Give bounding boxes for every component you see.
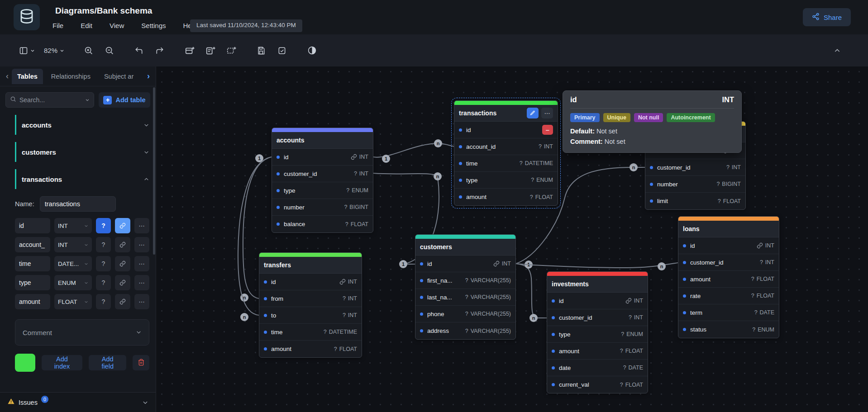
edit-table-button[interactable] (527, 108, 539, 118)
nullable-toggle-button[interactable]: ? (96, 275, 111, 290)
issues-bar[interactable]: Issues 0 (0, 392, 156, 412)
table-accordion-transactions[interactable]: transactions (15, 169, 149, 189)
field-type-select[interactable]: DATE... (54, 256, 92, 271)
nullable-toggle-button[interactable]: ? (96, 218, 111, 233)
tab-subject-ar[interactable]: Subject ar (99, 69, 139, 84)
table-field-date[interactable]: date?DATE (547, 360, 648, 376)
field-type-select[interactable]: INT (54, 237, 92, 252)
table-field-time[interactable]: time?DATETIME (454, 155, 558, 172)
zoom-level-select[interactable]: 82% (40, 42, 68, 60)
table-field-type[interactable]: type?ENUM (454, 172, 558, 189)
issues-chevron-icon[interactable] (142, 399, 148, 406)
add-field-button[interactable]: Add field (89, 355, 126, 370)
delete-table-button[interactable] (133, 355, 149, 370)
field-name-input[interactable] (15, 218, 50, 233)
table-field-type[interactable]: type?ENUM (547, 326, 648, 343)
table-field-first_na[interactable]: first_na...?VARCHAR(255) (415, 272, 515, 289)
add-table-button[interactable]: + Add table (99, 92, 150, 108)
table-field-type[interactable]: type?ENUM (272, 182, 373, 199)
primary-key-button[interactable] (115, 218, 130, 233)
field-name-input[interactable] (15, 256, 50, 271)
canvas-table-customers[interactable]: customersidINTfirst_na...?VARCHAR(255)la… (415, 234, 516, 340)
table-field-id[interactable]: idINT (415, 256, 515, 272)
nullable-toggle-button[interactable]: ? (96, 294, 111, 309)
table-field-id[interactable]: idINT (259, 274, 362, 290)
add-area-tool-button[interactable] (222, 42, 241, 60)
table-field-id[interactable]: idINT (547, 293, 648, 309)
search-box[interactable] (5, 92, 94, 108)
table-field-address[interactable]: address?VARCHAR(255) (415, 322, 515, 339)
table-field-amount[interactable]: amount?FLOAT (259, 341, 362, 357)
zoom-out-button[interactable] (100, 42, 119, 60)
field-more-button[interactable]: ⋯ (134, 237, 149, 252)
table-field-amount[interactable]: amount?FLOAT (678, 271, 779, 288)
primary-key-button[interactable] (115, 294, 130, 309)
field-more-button[interactable]: ⋯ (134, 256, 149, 271)
table-field-limit[interactable]: limit?FLOAT (645, 193, 745, 209)
menu-item-file[interactable]: File (51, 21, 65, 30)
zoom-in-button[interactable] (79, 42, 98, 60)
comment-section[interactable]: Comment (15, 319, 149, 346)
save-button[interactable] (252, 42, 271, 60)
tabs-scroll-left-icon[interactable]: ‹ (3, 71, 12, 81)
table-field-to[interactable]: to?INT (259, 307, 362, 324)
canvas-table-investments[interactable]: investmentsidINTcustomer_id?INTtype?ENUM… (547, 271, 648, 393)
tabs-scroll-right-icon[interactable]: › (144, 71, 153, 81)
table-field-amount[interactable]: amount?FLOAT (547, 343, 648, 360)
add-note-tool-button[interactable] (201, 42, 220, 60)
primary-key-button[interactable] (115, 237, 130, 252)
field-more-button[interactable]: ⋯ (134, 294, 149, 309)
search-input[interactable] (19, 96, 82, 104)
table-field-customer_id[interactable]: customer_id?INT (645, 159, 745, 176)
table-field-current_val[interactable]: current_val?FLOAT (547, 376, 648, 393)
table-field-id[interactable]: idINT (678, 237, 779, 254)
todo-button[interactable] (272, 42, 291, 60)
sidebar-scrollbar[interactable] (153, 87, 155, 255)
field-more-button[interactable]: ⋯ (134, 275, 149, 290)
theme-toggle-button[interactable] (302, 42, 321, 60)
add-table-tool-button[interactable] (180, 42, 199, 60)
app-logo[interactable] (14, 4, 40, 30)
canvas-table-accounts[interactable]: accountsidINTcustomer_id?INTtype?ENUMnum… (272, 128, 373, 233)
undo-button[interactable] (129, 42, 148, 60)
table-field-number[interactable]: number?BIGINT (272, 199, 373, 216)
collapse-header-button[interactable] (828, 42, 846, 60)
table-field-balance[interactable]: balance?FLOAT (272, 216, 373, 232)
menu-item-settings[interactable]: Settings (139, 21, 167, 30)
table-field-id[interactable]: id− (454, 122, 558, 138)
field-more-button[interactable]: ⋯ (134, 218, 149, 233)
field-type-select[interactable]: FLOAT (54, 294, 92, 309)
table-field-phone[interactable]: phone?VARCHAR(255) (415, 306, 515, 322)
field-name-input[interactable] (15, 294, 50, 309)
primary-key-button[interactable] (115, 256, 130, 271)
field-type-select[interactable]: ENUM (54, 275, 92, 290)
canvas-table-transfers[interactable]: transfersidINTfrom?INTto?INTtime?DATETIM… (259, 252, 362, 358)
table-field-last_na[interactable]: last_na...?VARCHAR(255) (415, 289, 515, 306)
table-field-number[interactable]: number?BIGINT (645, 176, 745, 193)
table-field-customer_id[interactable]: customer_id?INT (678, 254, 779, 271)
table-field-from[interactable]: from?INT (259, 290, 362, 307)
canvas-table-transactions[interactable]: transactions⋯id−account_id?INTtime?DATET… (454, 100, 558, 206)
table-more-button[interactable]: ⋯ (541, 108, 553, 118)
table-field-amount[interactable]: amount?FLOAT (454, 189, 558, 205)
delete-field-button[interactable]: − (542, 125, 553, 135)
table-accordion-customers[interactable]: customers (15, 142, 149, 162)
field-name-input[interactable] (15, 275, 50, 290)
tab-tables[interactable]: Tables (12, 69, 43, 84)
search-caret-icon[interactable] (85, 96, 90, 104)
primary-key-button[interactable] (115, 275, 130, 290)
table-field-status[interactable]: status?ENUM (678, 321, 779, 338)
table-color-swatch[interactable] (15, 354, 35, 372)
menu-item-view[interactable]: View (108, 21, 126, 30)
nullable-toggle-button[interactable]: ? (96, 237, 111, 252)
menu-item-edit[interactable]: Edit (79, 21, 94, 30)
tab-relationships[interactable]: Relationships (46, 69, 96, 84)
canvas-table-loans[interactable]: loansidINTcustomer_id?INTamount?FLOATrat… (678, 216, 779, 338)
layout-menu-button[interactable] (15, 42, 38, 60)
table-field-customer_id[interactable]: customer_id?INT (547, 309, 648, 326)
table-field-rate[interactable]: rate?FLOAT (678, 288, 779, 304)
redo-button[interactable] (150, 42, 169, 60)
field-type-select[interactable]: INT (54, 218, 92, 233)
table-field-id[interactable]: idINT (272, 149, 373, 166)
share-button[interactable]: Share (803, 8, 851, 26)
